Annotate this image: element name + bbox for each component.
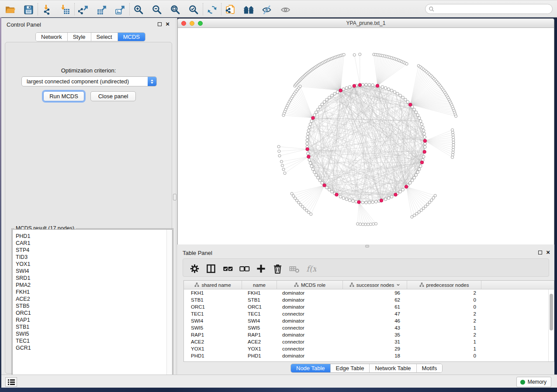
graph-satellite-node[interactable] (455, 115, 457, 117)
network-canvas[interactable] (178, 28, 554, 244)
graph-node[interactable] (415, 174, 418, 177)
save-button[interactable] (22, 3, 35, 16)
mcds-result-item[interactable]: ORC1 (16, 309, 31, 316)
graph-node[interactable] (422, 129, 425, 132)
graph-node[interactable] (393, 91, 396, 94)
graph-hub-node[interactable] (357, 200, 361, 204)
mcds-result-item[interactable]: SWI5 (16, 330, 31, 337)
mcds-result-item[interactable]: RAP1 (16, 316, 31, 323)
close-panel-icon[interactable]: × (166, 22, 170, 26)
graph-node[interactable] (368, 83, 371, 86)
graph-node[interactable] (311, 168, 315, 171)
graph-node[interactable] (361, 83, 364, 86)
zoom-out-button[interactable] (151, 3, 163, 16)
graph-hub-node[interactable] (335, 193, 339, 196)
mcds-result-item[interactable]: STP4 (16, 247, 31, 254)
graph-node[interactable] (310, 165, 313, 168)
graph-node[interactable] (408, 182, 412, 185)
import-table-button[interactable] (59, 3, 71, 16)
graph-node[interactable] (321, 182, 324, 185)
graph-node[interactable] (365, 201, 368, 204)
table-row[interactable]: ORC1ORC1dominator610 (184, 303, 548, 310)
export-image-button[interactable] (114, 3, 126, 16)
graph-satellite-node[interactable] (299, 85, 301, 88)
graph-node[interactable] (318, 179, 322, 182)
tab-network[interactable]: Network (36, 33, 68, 41)
eye-button[interactable] (279, 3, 291, 16)
mcds-result-item[interactable]: TEC1 (16, 337, 31, 344)
graph-node[interactable] (423, 132, 426, 135)
graph-hub-node[interactable] (353, 84, 356, 88)
graph-satellite-node[interactable] (415, 212, 418, 215)
graph-satellite-node[interactable] (280, 160, 283, 163)
refresh-button[interactable] (206, 3, 218, 16)
close-window-icon[interactable] (181, 21, 186, 26)
graph-node[interactable] (345, 86, 348, 89)
graph-satellite-node[interactable] (359, 53, 361, 55)
graph-node[interactable] (413, 176, 416, 179)
graph-node[interactable] (313, 113, 316, 117)
graph-node[interactable] (325, 186, 329, 189)
mcds-list-scrollbar[interactable] (166, 230, 172, 389)
graph-node[interactable] (325, 98, 329, 101)
import-network-button[interactable] (41, 3, 53, 16)
graph-satellite-node[interactable] (281, 164, 284, 167)
mcds-result-item[interactable]: GCR1 (16, 344, 31, 351)
graph-node[interactable] (420, 123, 423, 126)
mcds-result-item[interactable]: TID3 (16, 254, 31, 261)
graph-satellite-node[interactable] (374, 223, 377, 225)
graph-hub-node[interactable] (380, 199, 383, 203)
graph-node[interactable] (352, 199, 355, 203)
graph-node[interactable] (308, 126, 311, 129)
graph-hub-node[interactable] (306, 148, 309, 151)
graph-satellite-node[interactable] (405, 62, 408, 65)
graph-hub-node[interactable] (307, 155, 311, 158)
graph-node[interactable] (331, 190, 334, 193)
graph-satellite-node[interactable] (420, 209, 422, 211)
graph-node[interactable] (381, 86, 384, 89)
graph-hub-node[interactable] (339, 89, 343, 92)
graph-node[interactable] (421, 126, 424, 129)
graph-node[interactable] (423, 145, 426, 148)
graph-node[interactable] (399, 190, 402, 193)
graph-node[interactable] (419, 165, 422, 168)
graph-node[interactable] (317, 108, 320, 111)
graph-node[interactable] (365, 83, 368, 86)
graph-satellite-node[interactable] (367, 223, 370, 226)
search-box[interactable] (425, 4, 553, 14)
graph-node[interactable] (390, 89, 393, 92)
graph-satellite-node[interactable] (353, 54, 356, 56)
graph-node[interactable] (384, 86, 387, 89)
graph-satellite-node[interactable] (451, 154, 454, 156)
add-button[interactable] (255, 262, 267, 275)
graph-satellite-node[interactable] (291, 193, 293, 195)
table-row[interactable]: YOX1YOX1connector291 (184, 345, 548, 352)
zoom-in-button[interactable] (132, 3, 145, 16)
float-panel-icon[interactable] (158, 22, 162, 26)
graph-hub-node[interactable] (358, 83, 362, 87)
mcds-result-item[interactable]: SWI4 (16, 268, 31, 275)
graph-node[interactable] (308, 158, 311, 162)
table-row[interactable]: RAP1RAP1dominator352 (184, 331, 548, 338)
zoom-fit-button[interactable] (169, 3, 181, 16)
table-scrollbar[interactable] (548, 289, 554, 361)
graph-node[interactable] (413, 108, 416, 111)
table-tab-motifs[interactable]: Motifs (417, 364, 443, 372)
graph-satellite-node[interactable] (370, 223, 372, 226)
graph-satellite-node[interactable] (452, 148, 454, 151)
close-table-panel-icon[interactable]: × (546, 250, 550, 254)
table-row[interactable]: STB1STB1dominator620 (184, 296, 548, 303)
graph-node[interactable] (401, 96, 405, 99)
graph-node[interactable] (399, 94, 402, 97)
houses-button[interactable] (242, 3, 255, 16)
graph-satellite-node[interactable] (278, 150, 280, 152)
graph-node[interactable] (416, 113, 419, 117)
graph-node[interactable] (317, 176, 320, 179)
memory-button[interactable]: Memory (516, 377, 551, 387)
deselect-all-button[interactable] (238, 262, 250, 275)
graph-satellite-node[interactable] (343, 53, 345, 56)
graph-node[interactable] (313, 171, 316, 174)
table-row[interactable]: PHD1PHD1dominator180 (184, 352, 548, 359)
graph-hub-node[interactable] (311, 116, 315, 120)
mcds-result-item[interactable]: YOX1 (16, 261, 31, 268)
